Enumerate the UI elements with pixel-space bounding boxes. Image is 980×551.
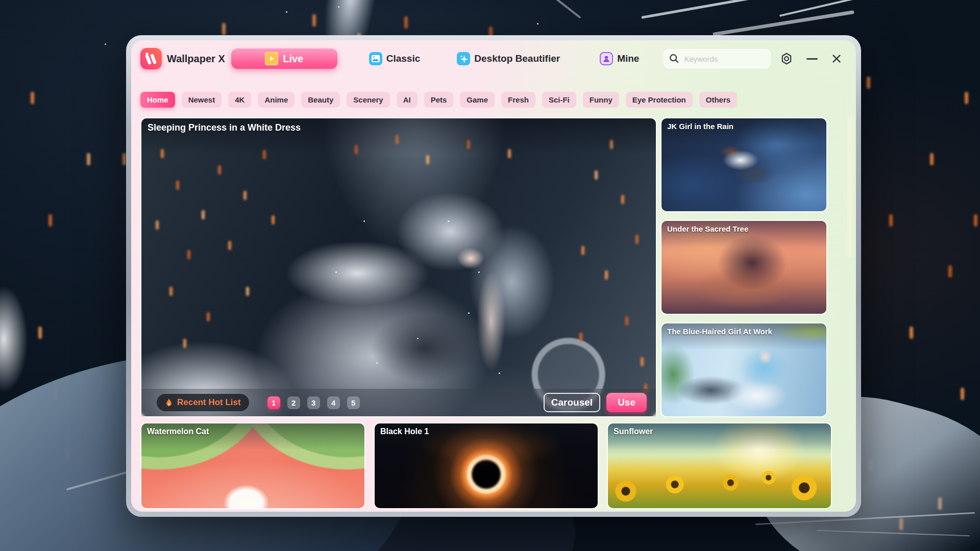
category-chip[interactable]: Home bbox=[140, 92, 175, 108]
wallpaper-card[interactable]: Under the Sacred Tree bbox=[660, 220, 827, 315]
category-chip[interactable]: Eye Protection bbox=[626, 92, 693, 108]
category-chip[interactable]: Newest bbox=[182, 92, 222, 108]
wallpaper-title: Sunflower bbox=[614, 427, 653, 436]
tab-live[interactable]: Live bbox=[231, 48, 337, 69]
use-button[interactable]: Use bbox=[606, 393, 647, 412]
top-bar: Wallpaper X Live Classic bbox=[140, 47, 847, 70]
category-chip[interactable]: Beauty bbox=[301, 92, 340, 108]
wallpaper-white-blob bbox=[0, 286, 28, 393]
settings-button[interactable] bbox=[779, 51, 794, 66]
use-button-label: Use bbox=[618, 397, 635, 408]
category-chip-label: Pets bbox=[431, 95, 447, 104]
wallpaper-card[interactable]: Sunflower bbox=[607, 422, 832, 509]
wallpaper-star-specks bbox=[0, 0, 2, 2]
tab-live-label: Live bbox=[283, 53, 303, 65]
category-chip-label: Eye Protection bbox=[632, 95, 686, 104]
tab-desktop-beautifier-label: Desktop Beautifier bbox=[474, 53, 560, 64]
page-number: 4 bbox=[331, 398, 335, 407]
sidebar-card-list: JK Girl in the Rain Under the Sacred Tre… bbox=[660, 117, 827, 417]
category-chip[interactable]: Others bbox=[699, 92, 737, 108]
page-button[interactable]: 2 bbox=[287, 396, 300, 409]
page-button[interactable]: 4 bbox=[327, 396, 340, 409]
category-chip[interactable]: Pets bbox=[424, 92, 454, 108]
hero-control-bar: Recent Hot List 1 2 3 4 bbox=[141, 389, 656, 416]
category-chip-label: Home bbox=[147, 95, 168, 104]
minimize-button[interactable] bbox=[805, 57, 819, 61]
app-title: Wallpaper X bbox=[167, 53, 225, 65]
carousel-button-label: Carousel bbox=[551, 397, 593, 408]
category-chip-label: AI bbox=[403, 95, 411, 104]
category-chip-label: 4K bbox=[235, 95, 244, 104]
page-number: 1 bbox=[272, 398, 276, 407]
page-number: 5 bbox=[351, 398, 355, 407]
beautifier-sparkle-icon bbox=[457, 52, 470, 65]
wallpaper-paint-streak bbox=[779, 0, 865, 17]
category-chip-label: Newest bbox=[188, 95, 215, 104]
category-chip[interactable]: 4K bbox=[228, 92, 251, 108]
tab-desktop-beautifier[interactable]: Desktop Beautifier bbox=[457, 52, 560, 65]
app-scrollbar[interactable] bbox=[847, 115, 853, 258]
tab-mine-label: Mine bbox=[617, 53, 639, 64]
featured-wallpaper-card[interactable]: Sleeping Princess in a White Dress Recen… bbox=[140, 117, 657, 417]
close-icon bbox=[831, 53, 842, 64]
carousel-pagination: 1 2 3 4 5 bbox=[267, 396, 360, 409]
close-button[interactable] bbox=[830, 52, 843, 65]
wallpaper-card[interactable]: Black Hole 1 bbox=[374, 422, 599, 509]
wallpaper-title: The Blue-Haired Girl At Work bbox=[667, 327, 772, 336]
wallpaper-title: Black Hole 1 bbox=[380, 427, 429, 436]
settings-gear-icon bbox=[780, 52, 793, 65]
carousel-button[interactable]: Carousel bbox=[544, 393, 600, 412]
tab-classic[interactable]: Classic bbox=[369, 52, 421, 65]
live-play-icon bbox=[265, 52, 278, 65]
category-chip-label: Fresh bbox=[508, 95, 529, 104]
recent-hot-list-button[interactable]: Recent Hot List bbox=[157, 394, 249, 411]
category-chip-label: Game bbox=[467, 95, 488, 104]
main-content: Sleeping Princess in a White Dress Recen… bbox=[140, 117, 847, 417]
tab-mine[interactable]: Mine bbox=[600, 52, 639, 65]
mine-user-icon bbox=[600, 52, 613, 65]
search-icon bbox=[669, 53, 680, 64]
page-button[interactable]: 1 bbox=[267, 396, 280, 409]
page-number: 3 bbox=[311, 398, 315, 407]
tab-classic-label: Classic bbox=[386, 53, 421, 64]
category-chip[interactable]: Sci-Fi bbox=[542, 92, 576, 108]
category-chip[interactable]: Game bbox=[460, 92, 495, 108]
category-chip[interactable]: Anime bbox=[258, 92, 295, 108]
page-button[interactable]: 3 bbox=[307, 396, 320, 409]
flame-icon bbox=[165, 398, 173, 407]
app-window-body: Wallpaper X Live Classic bbox=[131, 40, 856, 512]
category-chip[interactable]: AI bbox=[397, 92, 418, 108]
wallpaper-card[interactable]: JK Girl in the Rain bbox=[660, 117, 827, 212]
app-logo-icon bbox=[140, 48, 162, 69]
wallpaper-card[interactable]: Watermelon Cat bbox=[140, 422, 365, 509]
classic-image-icon bbox=[369, 52, 382, 65]
category-chip-label: Others bbox=[706, 95, 730, 104]
category-chip[interactable]: Funny bbox=[583, 92, 619, 108]
category-chip-label: Scenery bbox=[353, 95, 383, 104]
page-button[interactable]: 5 bbox=[347, 396, 360, 409]
wallpaper-card[interactable]: The Blue-Haired Girl At Work bbox=[660, 322, 827, 417]
wallpaper-title: JK Girl in the Rain bbox=[667, 122, 733, 131]
category-chip-label: Sci-Fi bbox=[549, 95, 570, 104]
wallpaper-orange-streaks bbox=[0, 0, 4, 12]
category-chip[interactable]: Scenery bbox=[347, 92, 389, 108]
search-box bbox=[664, 49, 771, 68]
category-chip-label: Funny bbox=[590, 95, 612, 104]
wallpaper-title: Under the Sacred Tree bbox=[667, 224, 748, 233]
bottom-card-list: Watermelon Cat Black Hole 1 Sunflower bbox=[140, 422, 847, 509]
wallpaper-paint-streak bbox=[641, 0, 757, 19]
app-window: Wallpaper X Live Classic bbox=[126, 35, 861, 517]
category-chip-label: Beauty bbox=[308, 95, 333, 104]
featured-wallpaper-title: Sleeping Princess in a White Dress bbox=[148, 122, 301, 133]
wallpaper-paint-streak bbox=[531, 0, 581, 19]
category-chip[interactable]: Fresh bbox=[501, 92, 535, 108]
recent-hot-list-label: Recent Hot List bbox=[177, 397, 241, 408]
page-number: 2 bbox=[291, 398, 296, 407]
minimize-icon bbox=[806, 58, 818, 60]
wallpaper-title: Watermelon Cat bbox=[147, 427, 209, 436]
category-chip-label: Anime bbox=[264, 95, 288, 104]
search-input[interactable] bbox=[684, 55, 761, 63]
category-tabs: Home Newest 4K Anime Beauty Scenery AI P… bbox=[140, 92, 847, 108]
featured-wallpaper-image bbox=[141, 118, 656, 416]
